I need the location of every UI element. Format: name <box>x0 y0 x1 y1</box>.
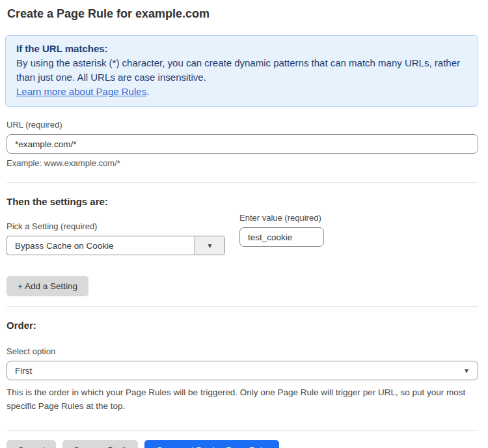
order-section-heading: Order: <box>7 320 478 331</box>
save-as-draft-button[interactable]: Save as Draft <box>62 440 138 448</box>
order-select-label: Select option <box>7 346 478 356</box>
order-help-text: This is the order in which your Page Rul… <box>7 385 478 413</box>
setting-value-input[interactable] <box>239 227 324 247</box>
divider <box>7 182 478 183</box>
info-box-heading: If the URL matches: <box>16 42 467 56</box>
order-section: Order: Select option First ▼ This is the… <box>7 320 478 431</box>
divider <box>7 430 478 431</box>
setting-select-value: Bypass Cache on Cookie <box>7 236 195 255</box>
info-box-link-line: Learn more about Page Rules. <box>16 85 467 99</box>
caret-down-icon: ▼ <box>207 242 213 249</box>
save-and-deploy-button[interactable]: Save and Deploy Page Rule <box>144 440 280 448</box>
order-select-value: First <box>15 366 32 376</box>
setting-value-label: Enter value (required) <box>239 213 324 223</box>
page-title: Create a Page Rule for example.com <box>7 7 478 21</box>
caret-down-icon: ▼ <box>463 367 470 374</box>
create-page-rule-panel: Create a Page Rule for example.com If th… <box>0 0 488 448</box>
learn-more-link[interactable]: Learn more about Page Rules <box>16 86 146 97</box>
order-select[interactable]: First ▼ <box>7 361 478 380</box>
action-button-row: Cancel Save as Draft Save and Deploy Pag… <box>7 440 478 448</box>
divider <box>7 306 478 307</box>
add-setting-button[interactable]: + Add a Setting <box>7 276 88 296</box>
url-match-info-box: If the URL matches: By using the asteris… <box>5 35 478 107</box>
settings-row: Pick a Setting (required) Bypass Cache o… <box>7 208 478 255</box>
url-input[interactable] <box>7 134 478 154</box>
url-field-label: URL (required) <box>7 120 478 130</box>
cancel-button[interactable]: Cancel <box>7 440 56 448</box>
setting-select-column: Pick a Setting (required) Bypass Cache o… <box>7 208 225 255</box>
info-box-body: By using the asterisk (*) character, you… <box>16 56 467 85</box>
settings-section-heading: Then the settings are: <box>7 196 478 207</box>
setting-value-column: Enter value (required) <box>239 213 324 255</box>
setting-select-label: Pick a Setting (required) <box>7 221 225 231</box>
setting-select-arrow-segment[interactable]: ▼ <box>195 236 224 255</box>
url-example-text: Example: www.example.com/* <box>7 158 478 168</box>
setting-select[interactable]: Bypass Cache on Cookie ▼ <box>7 236 225 255</box>
link-suffix: . <box>146 86 149 97</box>
